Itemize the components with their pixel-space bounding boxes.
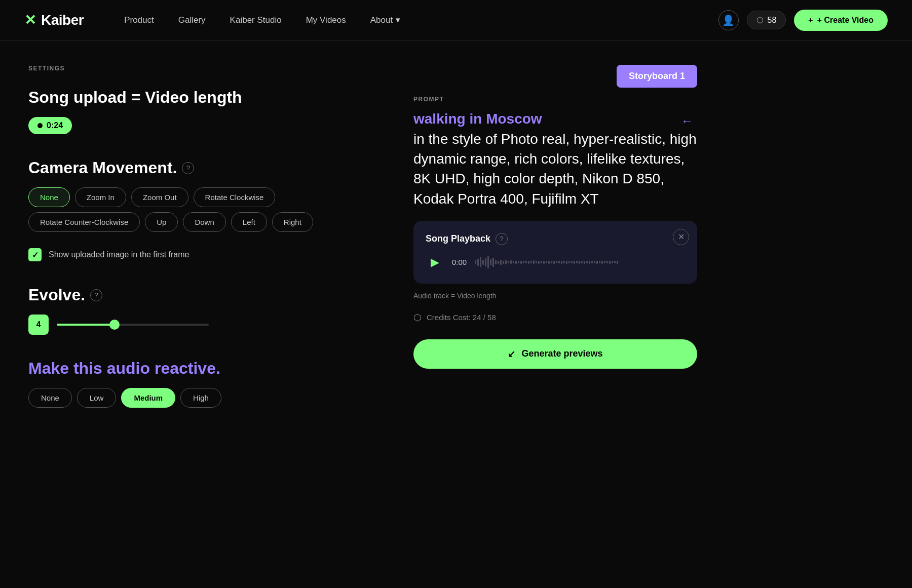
waveform-bar: [487, 256, 489, 268]
nav-gallery[interactable]: Gallery: [178, 15, 206, 25]
camera-btn-none[interactable]: None: [28, 187, 70, 207]
waveform-bar: [591, 261, 593, 263]
song-upload-title: Song upload = Video length: [28, 88, 383, 107]
create-video-button[interactable]: + + Create Video: [794, 10, 888, 31]
waveform-bar: [548, 261, 550, 264]
audio-btn-high[interactable]: High: [180, 388, 221, 408]
waveform-bar: [482, 260, 484, 265]
camera-btn-left[interactable]: Left: [231, 212, 267, 232]
waveform-bar: [477, 259, 479, 266]
waveform-bar: [525, 261, 527, 263]
first-frame-label: Show uploaded image in the first frame: [49, 250, 189, 259]
prompt-section: PROMPT walking in Moscow in the style of…: [413, 96, 697, 209]
camera-btn-rotate-clockwise[interactable]: Rotate Clockwise: [194, 187, 276, 207]
waveform-bar: [490, 259, 491, 265]
prompt-highlight: walking in Moscow: [413, 111, 697, 127]
waveform-bar: [566, 261, 567, 264]
waveform-bar: [612, 261, 613, 263]
waveform-bar: [589, 261, 590, 264]
waveform-bar: [586, 261, 588, 263]
camera-btn-right[interactable]: Right: [272, 212, 313, 232]
waveform-bar: [480, 257, 481, 267]
nav-studio[interactable]: Kaiber Studio: [230, 15, 282, 25]
waveform-bar: [530, 261, 532, 263]
waveform-bar: [475, 260, 476, 264]
waveform-bar: [503, 261, 504, 264]
credits-count: 58: [768, 16, 777, 25]
camera-btn-up[interactable]: Up: [145, 212, 178, 232]
waveform-bar: [558, 261, 560, 263]
prompt-panel: Storyboard 1 PROMPT walking in Moscow in…: [413, 65, 697, 564]
camera-btn-zoom-in[interactable]: Zoom In: [75, 187, 126, 207]
generate-previews-button[interactable]: ↙ Generate previews: [413, 339, 697, 369]
camera-help-icon[interactable]: ?: [182, 162, 194, 174]
duration-value: 0:24: [47, 121, 63, 130]
waveform-bar: [556, 261, 557, 263]
nav-links: Product Gallery Kaiber Studio My Videos …: [124, 15, 718, 25]
evolve-section: Evolve. ? 4: [28, 286, 383, 335]
audio-btn-low[interactable]: Low: [77, 388, 117, 408]
waveform-bar: [508, 261, 509, 263]
play-button[interactable]: ▶: [426, 253, 444, 271]
evolve-header: Evolve. ?: [28, 286, 383, 304]
song-playback-close-button[interactable]: ✕: [673, 229, 689, 245]
audio-reactive-title: Make this audio reactive.: [28, 359, 383, 378]
nav-right: 👤 ⬡ 58 + + Create Video: [718, 10, 888, 31]
waveform-bar: [495, 260, 497, 264]
waveform-bar: [520, 261, 522, 264]
logo-icon: ✕: [24, 12, 36, 28]
storyboard-badge[interactable]: Storyboard 1: [617, 65, 697, 88]
playback-row: ▶ 0:00: [426, 253, 685, 271]
waveform-bar: [492, 258, 494, 267]
prompt-label: PROMPT: [413, 96, 697, 103]
waveform-bar: [541, 261, 542, 263]
waveform-bar: [528, 261, 529, 264]
back-arrow-icon: ←: [681, 114, 693, 128]
waveform-bar: [518, 261, 519, 263]
waveform-bar: [571, 261, 573, 263]
waveform-bar: [553, 261, 555, 264]
logo[interactable]: ✕ Kaiber: [24, 12, 84, 28]
credits-coin-icon: ⬡: [756, 15, 764, 25]
waveform-bar: [505, 260, 507, 264]
prompt-back-button[interactable]: ←: [677, 111, 697, 131]
chevron-down-icon: ▾: [396, 15, 400, 25]
close-icon: ✕: [678, 232, 685, 242]
user-avatar-icon: 👤: [722, 14, 735, 26]
camera-btn-zoom-out[interactable]: Zoom Out: [131, 187, 188, 207]
waveform-bar: [606, 261, 608, 263]
song-playback-help-icon[interactable]: ?: [496, 233, 508, 245]
duration-badge: 0:24: [28, 117, 72, 134]
audio-track-note: Audio track = Video length: [413, 292, 697, 300]
audio-reactive-section: Make this audio reactive. None Low Mediu…: [28, 359, 383, 408]
camera-btn-rotate-counter[interactable]: Rotate Counter-Clockwise: [28, 212, 140, 232]
evolve-title: Evolve.: [28, 286, 85, 304]
nav-about[interactable]: About ▾: [370, 15, 400, 25]
song-playback-card: Song Playback ? ▶ 0:00: [413, 221, 697, 284]
credits-cost-label: Credits Cost: 24 / 58: [427, 313, 496, 322]
waveform-bar: [515, 261, 517, 264]
logo-text: Kaiber: [41, 12, 84, 28]
waveform-bar: [510, 260, 512, 264]
camera-btn-down[interactable]: Down: [183, 212, 225, 232]
waveform-bar: [538, 261, 540, 264]
evolve-help-icon[interactable]: ?: [90, 289, 102, 301]
nav-my-videos[interactable]: My Videos: [306, 15, 346, 25]
waveform-bar: [536, 261, 537, 263]
waveform-bar: [543, 261, 545, 264]
waveform-bar: [533, 260, 535, 264]
audio-btn-none[interactable]: None: [28, 388, 72, 408]
camera-movement-title: Camera Movement.: [28, 159, 177, 177]
first-frame-checkbox[interactable]: ✓: [28, 248, 42, 261]
evolve-slider-track: [57, 324, 209, 326]
camera-movement-section: Camera Movement. ? None Zoom In Zoom Out…: [28, 159, 383, 232]
credits-display[interactable]: ⬡ 58: [747, 11, 786, 29]
song-playback-title: Song Playback: [426, 233, 490, 244]
nav-product[interactable]: Product: [124, 15, 154, 25]
play-time: 0:00: [452, 258, 467, 266]
waveform-bar: [563, 261, 565, 263]
waveform-bar: [614, 261, 616, 263]
evolve-slider-thumb[interactable]: [109, 320, 120, 330]
audio-btn-medium[interactable]: Medium: [121, 388, 175, 408]
user-icon[interactable]: 👤: [718, 10, 739, 30]
